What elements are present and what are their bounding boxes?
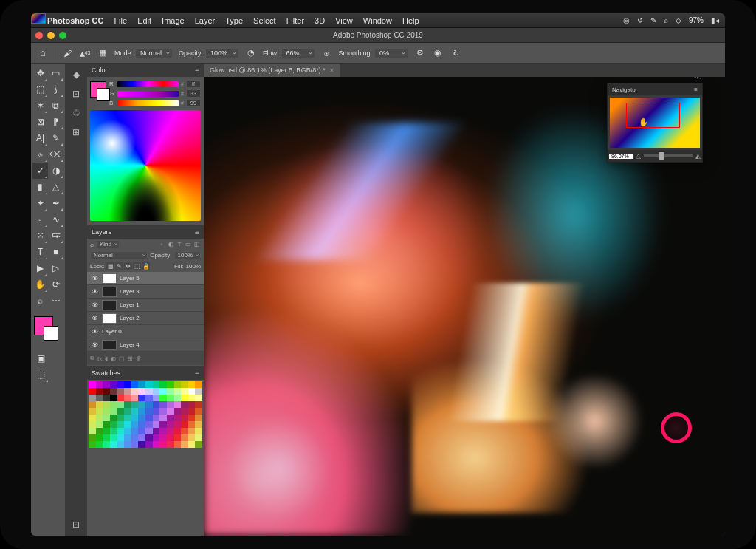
swatch[interactable] [89, 415, 96, 421]
delete-layer-icon[interactable]: 🗑 [136, 355, 142, 362]
swatch[interactable] [138, 395, 145, 401]
color-panel-title[interactable]: Color [92, 67, 108, 74]
swatch[interactable] [138, 421, 145, 428]
foreground-color-swatch[interactable] [34, 316, 53, 335]
swatch[interactable] [181, 395, 188, 401]
swatch[interactable] [89, 388, 96, 395]
dock-icon-1[interactable]: ◆ [73, 69, 80, 80]
swatch[interactable] [188, 388, 196, 395]
hand-tool[interactable]: ✋ [32, 276, 48, 293]
pressure-size-icon[interactable]: ◉ [432, 47, 444, 59]
swatch[interactable] [117, 421, 125, 428]
swatch[interactable] [174, 441, 182, 448]
swatch[interactable] [131, 434, 139, 441]
swatch[interactable] [96, 408, 103, 415]
airbrush-icon[interactable]: ⍟ [321, 47, 333, 59]
swatch[interactable] [167, 388, 174, 395]
swatch[interactable] [110, 408, 117, 415]
artboard-tool[interactable]: ▭ [48, 65, 63, 81]
menu-window[interactable]: Window [363, 16, 392, 25]
home-button[interactable]: ⌂ [37, 47, 49, 59]
swatch[interactable] [167, 434, 174, 441]
edit-toolbar[interactable]: ⋯ [48, 293, 63, 309]
flow-dropdown[interactable]: 66% [281, 48, 315, 58]
swatch[interactable] [153, 428, 160, 434]
swatch[interactable] [124, 381, 131, 388]
swatch[interactable] [188, 428, 196, 434]
swatch[interactable] [167, 441, 174, 448]
menu-file[interactable]: File [114, 16, 127, 25]
swatch[interactable] [131, 428, 139, 434]
swatch[interactable] [145, 415, 153, 421]
swatch[interactable] [96, 428, 103, 434]
swatch[interactable] [167, 408, 174, 415]
link-layers-icon[interactable]: ⧉ [90, 355, 94, 362]
swatch[interactable] [167, 428, 174, 434]
swatch[interactable] [188, 408, 196, 415]
swatch[interactable] [103, 395, 110, 401]
filter-smart-icon[interactable]: ◫ [193, 241, 201, 248]
brush-tool[interactable]: ✓ [32, 163, 48, 179]
swatch[interactable] [188, 381, 196, 388]
swatch[interactable] [174, 415, 182, 421]
layers-panel-title[interactable]: Layers [92, 228, 111, 236]
swatch[interactable] [181, 388, 188, 395]
layer-name[interactable]: Layer 3 [120, 288, 140, 295]
color-panel-menu-icon[interactable]: ≡ [195, 67, 199, 75]
swatch[interactable] [174, 381, 182, 388]
swatch[interactable] [138, 388, 145, 395]
swatch[interactable] [96, 381, 103, 388]
close-window-button[interactable] [35, 32, 43, 39]
swatch[interactable] [117, 381, 125, 388]
swatch[interactable] [159, 428, 167, 434]
swatch[interactable] [124, 401, 131, 408]
shape-tool[interactable]: ■ [48, 244, 63, 260]
spot-heal-tool[interactable]: ✎ [48, 130, 63, 146]
lock-transparency-icon[interactable]: ▦ [106, 262, 114, 270]
brush-tool-icon[interactable]: 🖌 [61, 47, 73, 59]
swatch[interactable] [138, 381, 145, 388]
color-fg-bg-swatch[interactable] [90, 81, 106, 98]
filter-pixel-icon[interactable]: ▫ [158, 241, 165, 248]
swatch[interactable] [110, 381, 117, 388]
swatch[interactable] [131, 395, 139, 401]
layer-name[interactable]: Layer 4 [120, 341, 140, 348]
swatch[interactable] [89, 441, 96, 448]
cloud-sync-icon[interactable]: ◎ [623, 16, 630, 24]
swatch[interactable] [89, 401, 96, 408]
swatch[interactable] [159, 408, 167, 415]
layer-blend-dropdown[interactable]: Normal [90, 251, 148, 259]
swatch[interactable] [96, 401, 103, 408]
swatch[interactable] [89, 395, 96, 401]
direct-select-tool[interactable]: ▷ [48, 260, 63, 276]
layer-name[interactable]: Layer 1 [120, 301, 140, 308]
swatch[interactable] [131, 441, 139, 448]
swatch[interactable] [138, 434, 145, 441]
swatch[interactable] [153, 388, 160, 395]
swatch[interactable] [181, 381, 188, 388]
swatch[interactable] [174, 395, 182, 401]
layer-thumbnail[interactable] [102, 300, 117, 310]
swatch[interactable] [117, 428, 125, 434]
zoom-window-button[interactable] [59, 32, 66, 39]
layer-row[interactable]: 👁Layer 5 [87, 272, 204, 285]
history-icon[interactable]: ↺ [637, 16, 643, 24]
document-tab[interactable]: Glow.psd @ 86.1% (Layer 5, RGB/8*) *× [204, 64, 340, 77]
swatch[interactable] [89, 408, 96, 415]
swatch[interactable] [145, 381, 153, 388]
swatch[interactable] [117, 441, 125, 448]
gradient-tool[interactable]: ▮ [32, 179, 48, 195]
swatch[interactable] [181, 415, 188, 421]
rotate-view-tool[interactable]: ⟳ [48, 276, 63, 293]
lasso-tool[interactable]: ⟆ [48, 81, 63, 98]
swatch[interactable] [117, 401, 125, 408]
visibility-toggle-icon[interactable]: 👁 [90, 275, 99, 282]
swatch[interactable] [103, 401, 110, 408]
swatch[interactable] [138, 428, 145, 434]
swatch[interactable] [89, 434, 96, 441]
smudge-tool[interactable]: ▫ [32, 211, 48, 228]
adjustment-layer-icon[interactable]: ◐ [111, 355, 116, 362]
swatch[interactable] [195, 388, 202, 395]
swatch[interactable] [138, 415, 145, 421]
navigator-zoom-slider[interactable] [644, 154, 693, 157]
